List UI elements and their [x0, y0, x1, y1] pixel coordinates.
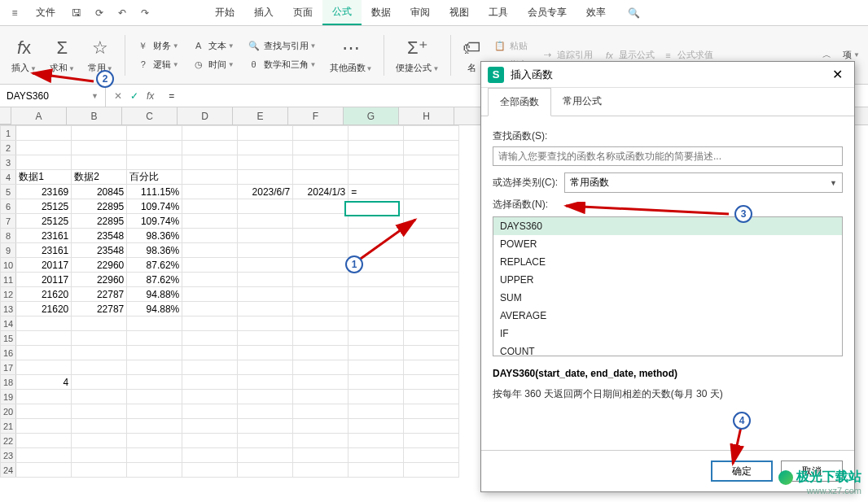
cell[interactable]: [127, 346, 182, 360]
function-list[interactable]: DAYS360POWERREPLACEUPPERSUMAVERAGEIFCOUN…: [493, 216, 843, 356]
row-header[interactable]: 24: [1, 463, 16, 478]
cell[interactable]: 21620: [16, 287, 72, 302]
dlg-tab-common[interactable]: 常用公式: [551, 88, 613, 116]
cell[interactable]: [72, 126, 127, 141]
cell[interactable]: 23161: [16, 229, 72, 243]
cell[interactable]: [404, 448, 459, 463]
cell[interactable]: [182, 243, 238, 258]
cell[interactable]: [238, 155, 293, 170]
cell[interactable]: 87.62%: [127, 258, 182, 273]
cell[interactable]: [182, 375, 238, 390]
tab-insert[interactable]: 插入: [244, 1, 283, 24]
cell[interactable]: [182, 273, 238, 287]
cell[interactable]: 21620: [16, 302, 72, 316]
cell[interactable]: [182, 126, 238, 141]
cell[interactable]: [238, 229, 293, 243]
function-item[interactable]: SUM: [493, 289, 842, 307]
cell[interactable]: [16, 434, 72, 448]
tab-efficiency[interactable]: 效率: [576, 1, 616, 24]
cell[interactable]: 22960: [72, 273, 127, 287]
cell[interactable]: [349, 360, 404, 375]
cell[interactable]: [293, 375, 349, 390]
cell[interactable]: [404, 375, 459, 390]
cell[interactable]: [404, 243, 459, 258]
cell[interactable]: 94.88%: [127, 302, 182, 316]
cell[interactable]: [182, 419, 238, 434]
cell[interactable]: [293, 448, 349, 463]
spreadsheet-grid[interactable]: 1234数据1数据2百分比52316920845111.15%2023/6/72…: [0, 125, 459, 478]
cell[interactable]: [349, 404, 404, 419]
cell[interactable]: [238, 360, 293, 375]
cell[interactable]: [293, 302, 349, 316]
row-header[interactable]: 20: [1, 404, 16, 419]
cell[interactable]: [127, 316, 182, 331]
lookup-button[interactable]: 🔍查找与引用▼: [244, 38, 320, 54]
cell[interactable]: [293, 199, 349, 214]
cell[interactable]: [16, 316, 72, 331]
tab-review[interactable]: 审阅: [401, 1, 440, 24]
tab-view[interactable]: 视图: [440, 1, 479, 24]
cell[interactable]: 23548: [72, 243, 127, 258]
cell[interactable]: [293, 316, 349, 331]
cell[interactable]: [238, 126, 293, 141]
select-all-corner[interactable]: [0, 107, 11, 124]
tab-tools[interactable]: 工具: [479, 1, 518, 24]
row-header[interactable]: 18: [1, 375, 16, 390]
cell[interactable]: [72, 448, 127, 463]
cell[interactable]: [349, 141, 404, 155]
cell[interactable]: [127, 126, 182, 141]
time-button[interactable]: ◷时间▼: [189, 57, 238, 72]
accept-formula-icon[interactable]: ✓: [130, 90, 138, 102]
cell[interactable]: [349, 155, 404, 170]
cell[interactable]: 数据1: [16, 170, 72, 185]
cell[interactable]: [404, 434, 459, 448]
cell[interactable]: [404, 273, 459, 287]
cell[interactable]: [72, 155, 127, 170]
cell[interactable]: [349, 229, 404, 243]
cell[interactable]: [72, 360, 127, 375]
cell[interactable]: [238, 419, 293, 434]
cell[interactable]: [127, 404, 182, 419]
cell[interactable]: [293, 273, 349, 287]
save-icon[interactable]: 🖫: [67, 3, 86, 23]
cell[interactable]: 98.36%: [127, 229, 182, 243]
cell[interactable]: [349, 390, 404, 404]
cell[interactable]: [293, 170, 349, 185]
cell[interactable]: [293, 155, 349, 170]
cell[interactable]: [238, 390, 293, 404]
function-item[interactable]: IF: [493, 325, 842, 343]
cell[interactable]: [349, 375, 404, 390]
cell[interactable]: [127, 375, 182, 390]
row-header[interactable]: 9: [1, 243, 16, 258]
row-header[interactable]: 8: [1, 229, 16, 243]
cell[interactable]: [16, 346, 72, 360]
cell[interactable]: [127, 448, 182, 463]
row-header[interactable]: 17: [1, 360, 16, 375]
cell[interactable]: [404, 390, 459, 404]
other-fn-button[interactable]: ⋯ 其他函数▼: [327, 33, 376, 77]
cell[interactable]: 2023/6/7: [238, 185, 293, 199]
cell[interactable]: 22895: [72, 214, 127, 229]
cell[interactable]: [182, 214, 238, 229]
cell[interactable]: 20117: [16, 273, 72, 287]
cell[interactable]: [127, 434, 182, 448]
cell[interactable]: 23169: [16, 185, 72, 199]
row-header[interactable]: 21: [1, 419, 16, 434]
cell[interactable]: [349, 302, 404, 316]
cell[interactable]: [293, 214, 349, 229]
tab-data[interactable]: 数据: [362, 1, 401, 24]
cell[interactable]: [238, 463, 293, 478]
row-header[interactable]: 5: [1, 185, 16, 199]
row-header[interactable]: 6: [1, 199, 16, 214]
cell[interactable]: [182, 155, 238, 170]
cell[interactable]: 109.74%: [127, 214, 182, 229]
col-header-f[interactable]: F: [288, 107, 344, 124]
cell[interactable]: [238, 302, 293, 316]
cell[interactable]: [349, 126, 404, 141]
cell[interactable]: [238, 273, 293, 287]
cell[interactable]: 22960: [72, 258, 127, 273]
tab-formula[interactable]: 公式: [322, 0, 362, 25]
cell[interactable]: [293, 419, 349, 434]
cell[interactable]: [182, 331, 238, 346]
cell[interactable]: [404, 463, 459, 478]
